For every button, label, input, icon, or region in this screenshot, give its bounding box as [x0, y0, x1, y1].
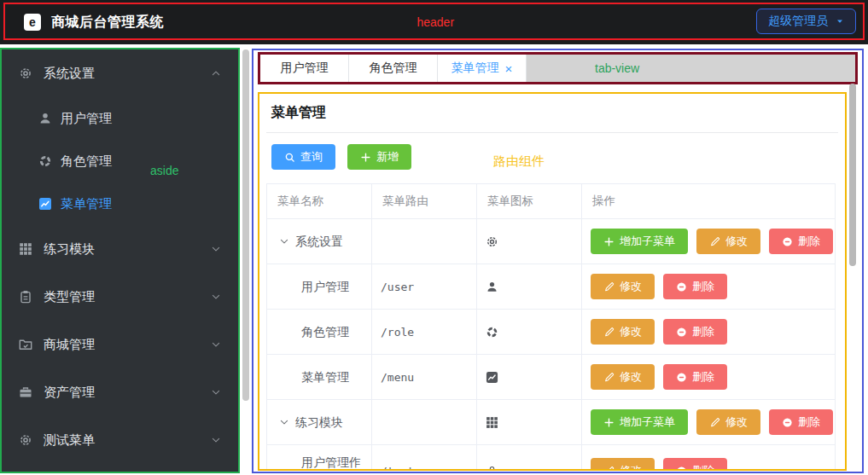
edit-icon [603, 327, 615, 338]
sidebar-menu: 系统设置用户管理角色管理菜单管理练习模块类型管理商城管理资产管理测试菜单 [2, 49, 238, 464]
app-title: 商城后台管理系统 [51, 14, 164, 32]
aim-icon [38, 154, 52, 168]
menu-name-cell: 角色管理 [267, 310, 372, 355]
sidebar-item-label: 商城管理 [44, 337, 211, 353]
edit-button[interactable]: 修改 [591, 458, 655, 471]
chevron-down-icon [279, 417, 289, 427]
add-child-button-label: 增加子菜单 [620, 414, 675, 430]
gear-icon [19, 67, 32, 80]
sidebar-item-5[interactable]: 测试菜单 [2, 416, 238, 464]
header-annotation-label: header [417, 15, 454, 29]
delete-button-label: 删除 [692, 369, 714, 385]
delete-button[interactable]: 删除 [663, 458, 727, 471]
edit-button[interactable]: 修改 [591, 319, 655, 345]
chevron-down-icon [279, 236, 289, 246]
sidebar-subitem-label: 角色管理 [61, 154, 112, 170]
sidebar-scrollbar-thumb[interactable] [242, 49, 249, 401]
table-row-5: 用户管理作业/test-user修改删除 [267, 445, 836, 472]
grid-icon [486, 416, 498, 429]
user-dropdown-button[interactable]: 超级管理员 [756, 9, 856, 34]
minus-circle-icon [676, 466, 687, 472]
col-actions: 操作 [582, 184, 836, 219]
delete-button-label: 删除 [798, 414, 820, 430]
sidebar-item-0[interactable]: 系统设置 [2, 49, 238, 97]
add-button[interactable]: 新增 [347, 144, 411, 170]
caret-down-icon [836, 17, 844, 26]
menu-route: /menu [381, 371, 414, 384]
edit-button-label: 修改 [725, 414, 748, 430]
sidebar-item-3[interactable]: 商城管理 [2, 321, 238, 368]
menu-route-cell: /menu [372, 355, 477, 400]
edit-button[interactable]: 修改 [696, 229, 760, 254]
close-tab-icon[interactable]: × [505, 62, 513, 75]
edit-button[interactable]: 修改 [696, 409, 760, 435]
trend-chart-icon [38, 197, 52, 211]
edit-icon [709, 236, 720, 247]
edit-button-label: 修改 [620, 279, 642, 294]
col-menu-route: 菜单路由 [372, 184, 477, 219]
add-child-button[interactable]: 增加子菜单 [591, 229, 688, 254]
user-dropdown-label: 超级管理员 [768, 14, 828, 29]
briefcase-icon [19, 385, 32, 399]
clipboard-icon [19, 290, 32, 304]
sidebar-item-label: 资产管理 [44, 385, 211, 401]
sidebar-subitem-0-1[interactable]: 角色管理 [2, 140, 238, 182]
delete-button-label: 删除 [798, 234, 820, 249]
toolbar: 查询 新增 路由组件 [266, 144, 838, 170]
chevron-down-icon [211, 244, 221, 254]
content-scrollbar-thumb[interactable] [849, 84, 856, 266]
app-header: e 商城后台管理系统 header 超级管理员 [0, 0, 868, 44]
sidebar-item-1[interactable]: 练习模块 [2, 225, 238, 273]
tabview-annotation-label: tab-view [595, 61, 639, 75]
edit-button[interactable]: 修改 [591, 364, 655, 390]
search-icon [284, 152, 295, 163]
delete-button[interactable]: 删除 [663, 319, 727, 345]
edit-button-label: 修改 [620, 324, 642, 339]
tab-0[interactable]: 用户管理 [260, 55, 349, 82]
edit-button[interactable]: 修改 [591, 274, 655, 299]
menu-route: /role [381, 326, 414, 339]
chevron-down-icon [211, 435, 221, 445]
menu-name: 用户管理作业 [276, 455, 363, 471]
search-button[interactable]: 查询 [271, 144, 335, 170]
menu-icon-cell [477, 219, 582, 264]
menu-table: 菜单名称 菜单路由 菜单图标 操作 系统设置增加子菜单修改删除用户管理/user… [266, 183, 836, 471]
search-button-label: 查询 [300, 149, 323, 165]
sidebar-item-label: 测试菜单 [44, 432, 211, 449]
gear-icon [19, 433, 32, 447]
delete-button[interactable]: 删除 [769, 409, 833, 435]
route-view: 菜单管理 查询 新增 路由组件 菜单名称 菜单路由 菜单图标 操作 [258, 92, 847, 471]
tab-2[interactable]: 菜单管理× [438, 55, 527, 82]
actions-cell: 增加子菜单修改删除 [582, 400, 836, 445]
table-row-2: 角色管理/role修改删除 [267, 310, 836, 355]
tab-label: 用户管理 [281, 61, 329, 76]
user-outline-icon [486, 465, 498, 472]
menu-route: /test-user [381, 465, 447, 472]
actions-cell: 修改删除 [582, 445, 836, 472]
delete-button[interactable]: 删除 [663, 274, 727, 299]
sidebar-subitem-0-2[interactable]: 菜单管理 [2, 182, 238, 225]
sidebar-item-4[interactable]: 资产管理 [2, 368, 238, 416]
menu-name-cell: 用户管理作业 [267, 445, 372, 472]
sidebar-item-2[interactable]: 类型管理 [2, 273, 238, 321]
table-header-row: 菜单名称 菜单路由 菜单图标 操作 [267, 184, 836, 219]
content-panel: 用户管理角色管理菜单管理× tab-view 菜单管理 查询 新增 路由组件 菜… [252, 49, 864, 473]
actions-cell: 增加子菜单修改删除 [582, 219, 836, 264]
add-child-button[interactable]: 增加子菜单 [591, 409, 688, 435]
menu-name: 用户管理 [276, 279, 363, 295]
sidebar-item-label: 系统设置 [44, 66, 211, 82]
menu-name: 菜单管理 [276, 369, 363, 385]
aim-icon [486, 326, 498, 339]
tab-1[interactable]: 角色管理 [349, 55, 438, 82]
delete-button-label: 删除 [692, 324, 714, 339]
actions-cell: 修改删除 [582, 310, 836, 355]
edit-icon [603, 466, 615, 472]
delete-button[interactable]: 删除 [769, 229, 833, 254]
delete-button[interactable]: 删除 [663, 364, 727, 390]
table-row-3: 菜单管理/menu修改删除 [267, 355, 836, 400]
table-row-4: 练习模块增加子菜单修改删除 [267, 400, 836, 445]
minus-circle-icon [676, 327, 687, 338]
sidebar-subitem-0-0[interactable]: 用户管理 [2, 97, 238, 140]
gear-icon [486, 235, 498, 248]
user-solid-icon [486, 281, 498, 293]
